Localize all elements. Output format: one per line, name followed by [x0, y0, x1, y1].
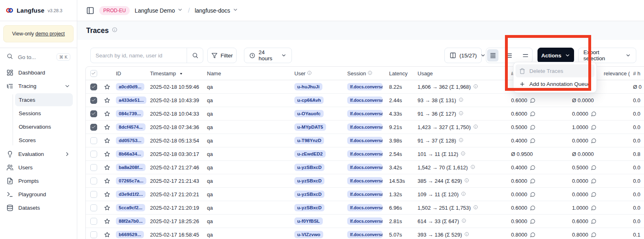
sidebar-item-users[interactable]: Users [0, 161, 77, 174]
bookmark-star-icon[interactable] [104, 218, 110, 224]
column-header-edge[interactable]: # h [630, 70, 644, 77]
user-badge[interactable]: u-f0YfBSL [294, 217, 323, 225]
session-badge[interactable]: lf.docs.conversation... [347, 177, 383, 184]
sidebar-item-observations[interactable]: Observations [15, 120, 73, 133]
session-badge[interactable]: lf.docs.conversation... [347, 204, 383, 211]
row-checkbox[interactable] [90, 97, 97, 104]
user-badge[interactable]: u-cp66Avh [294, 96, 324, 104]
trace-id-badge[interactable]: 8dcf4574... [116, 123, 146, 131]
trace-id-badge[interactable]: ba8a208f... [116, 164, 146, 171]
trace-id-badge[interactable]: a433de51... [116, 96, 146, 104]
table-row[interactable]: 88f2a7b0... 2025-02-17 18:25:26 qa u-f0Y… [86, 215, 644, 228]
user-badge[interactable]: u-yzSBxcD [294, 191, 324, 198]
user-badge[interactable]: u-yzSBxcD [294, 164, 324, 171]
column-header-id[interactable]: ID [113, 70, 147, 77]
session-badge[interactable]: lf.docs.conversation... [347, 217, 383, 225]
org-switcher[interactable]: Langfuse Demo [135, 7, 183, 14]
row-checkbox[interactable] [90, 218, 97, 225]
sidebar-item-prompts[interactable]: Prompts [0, 174, 77, 188]
bookmark-star-icon[interactable] [104, 205, 110, 211]
sidebar-toggle-button[interactable] [86, 7, 94, 15]
sidebar-item-scores[interactable]: Scores [15, 134, 73, 147]
column-header-user[interactable]: User [291, 70, 344, 77]
bookmark-star-icon[interactable] [104, 178, 110, 184]
row-checkbox[interactable] [90, 164, 97, 171]
column-header-timestamp[interactable]: Timestamp [147, 70, 204, 77]
user-badge[interactable]: u-MYpDAT5 [294, 123, 326, 131]
sidebar-item-tracing[interactable]: Tracing [0, 79, 77, 93]
session-badge[interactable]: lf.docs.conversation... [347, 110, 383, 117]
table-row[interactable]: 8b66a34... 2025-02-18 03:30:17 qa u-zEwd… [86, 147, 644, 161]
table-row[interactable]: dd05753... 2025-02-18 05:13:54 qa u-T98Y… [86, 134, 644, 147]
sidebar-item-traces[interactable]: Traces [15, 93, 73, 106]
session-badge[interactable]: lf.docs.conversation... [347, 123, 383, 131]
menu-item-add-to-annotation-queue[interactable]: Add to Annotation Queue [516, 77, 594, 90]
user-badge[interactable]: u-yzSBxcD [294, 177, 324, 184]
project-switcher[interactable]: langfuse-docs [195, 7, 238, 14]
session-badge[interactable]: lf.docs.conversation... [347, 137, 383, 144]
column-header-name[interactable]: Name [204, 70, 291, 77]
export-selection-button[interactable]: Export selection [578, 48, 636, 63]
column-header-session[interactable]: Session [344, 70, 386, 77]
bookmark-star-icon[interactable] [104, 97, 110, 103]
row-checkbox[interactable] [90, 231, 97, 238]
trace-id-badge[interactable]: a0cd0d9... [116, 83, 144, 90]
column-visibility-button[interactable]: (15/27) [444, 48, 482, 63]
trace-id-badge[interactable]: 8b66a34... [116, 150, 144, 158]
column-header-latency[interactable]: Latency [386, 70, 414, 77]
actions-button[interactable]: Actions [537, 48, 574, 63]
sidebar-item-datasets[interactable]: Datasets [0, 201, 77, 215]
menu-item-delete-traces[interactable]: Delete Traces [516, 64, 594, 77]
filter-button[interactable]: Filter [207, 48, 237, 63]
table-row[interactable]: 8dcf4574... 2025-02-18 07:34:36 qa u-MYp… [86, 121, 644, 134]
bookmark-star-icon[interactable] [104, 84, 110, 90]
table-row[interactable]: d3e9d1f2... 2025-02-17 21:20:21 qa u-yzS… [86, 188, 644, 201]
table-row[interactable]: a433de51... 2025-02-18 10:43:39 qa u-cp6… [86, 94, 644, 107]
bookmark-star-icon[interactable] [104, 232, 110, 238]
session-badge[interactable]: lf.docs.conversation... [347, 150, 383, 158]
row-checkbox[interactable] [90, 137, 97, 144]
row-height-small-button[interactable] [487, 49, 498, 61]
bookmark-star-icon[interactable] [104, 111, 110, 117]
row-checkbox[interactable] [90, 191, 97, 198]
table-row[interactable]: 084c739... 2025-02-18 10:04:33 qa u-OYau… [86, 107, 644, 121]
bookmark-star-icon[interactable] [104, 138, 110, 144]
user-badge[interactable]: u-T98YnzD [294, 137, 324, 144]
search-icon[interactable] [187, 48, 203, 63]
trace-id-badge[interactable]: 07265c7a... [116, 177, 146, 184]
demo-project-link[interactable]: demo project [35, 31, 65, 37]
time-range-button[interactable]: 24 hours [244, 48, 292, 63]
trace-id-badge[interactable]: dd05753... [116, 137, 144, 144]
session-badge[interactable]: lf.docs.conversation... [347, 231, 383, 238]
row-height-large-button[interactable] [520, 49, 531, 61]
session-badge[interactable]: lf.docs.conversation... [347, 191, 383, 198]
trace-id-badge[interactable]: 5cca9cf2... [116, 204, 145, 211]
row-checkbox[interactable] [90, 204, 97, 211]
sidebar-item-playground[interactable]: Playground [0, 188, 77, 201]
sidebar-item-dashboard[interactable]: Dashboard [0, 66, 77, 79]
session-badge[interactable]: lf.docs.conversation... [347, 164, 383, 171]
search-input[interactable]: Search by id, name, user id [90, 48, 203, 63]
row-height-medium-button[interactable] [503, 49, 515, 61]
session-badge[interactable]: lf.docs.conversation... [347, 83, 383, 90]
table-row[interactable]: 5cca9cf2... 2025-02-17 21:20:19 qa u-yzS… [86, 201, 644, 215]
trace-id-badge[interactable]: d3e9d1f2... [116, 191, 146, 198]
column-header-relevance[interactable]: relevance (... [600, 70, 630, 77]
session-badge[interactable]: lf.docs.conversation... [347, 96, 383, 104]
trace-id-badge[interactable]: b669529... [116, 231, 144, 238]
user-badge[interactable]: u-huJhuJi [294, 83, 322, 90]
user-badge[interactable]: u-yzSBxcD [294, 204, 324, 211]
user-badge[interactable]: u-VIZzvwo [294, 231, 323, 238]
bookmark-star-icon[interactable] [104, 164, 110, 171]
row-checkbox[interactable] [90, 83, 97, 90]
trace-id-badge[interactable]: 084c739... [116, 110, 144, 117]
column-header-usage[interactable]: Usage [414, 70, 508, 77]
table-row[interactable]: 07265c7a... 2025-02-17 21:21:43 qa u-yzS… [86, 174, 644, 188]
user-badge[interactable]: u-OYauofc [294, 110, 324, 117]
trace-id-badge[interactable]: 88f2a7b0... [116, 217, 146, 225]
table-row[interactable]: ba8a208f... 2025-02-17 21:27:46 qa u-yzS… [86, 161, 644, 174]
row-checkbox[interactable] [90, 124, 97, 131]
select-all-checkbox[interactable] [90, 70, 97, 77]
row-checkbox[interactable] [90, 151, 97, 158]
row-checkbox[interactable] [90, 110, 97, 117]
